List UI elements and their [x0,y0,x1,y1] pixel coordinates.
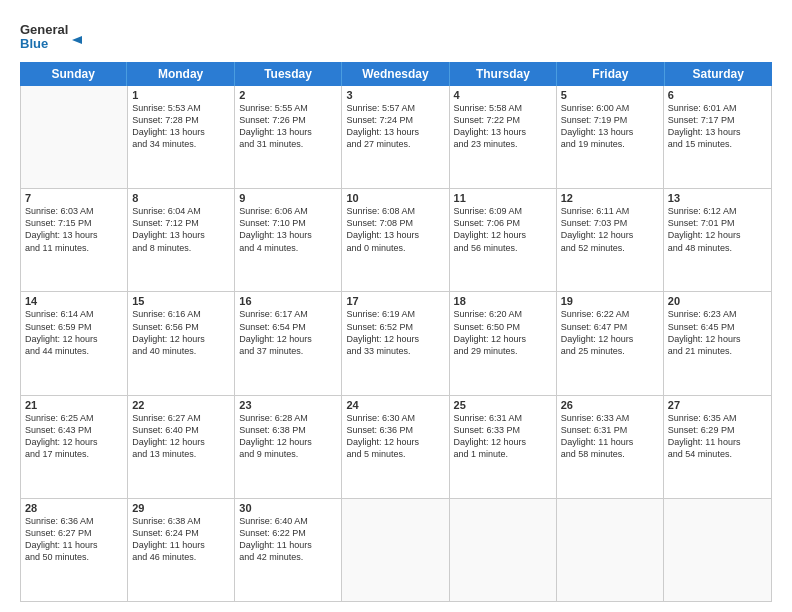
cell-line: Daylight: 12 hours [668,333,767,345]
cell-line: Daylight: 11 hours [132,539,230,551]
day-number: 8 [132,192,230,204]
cell-line: and 5 minutes. [346,448,444,460]
header: General Blue [20,16,772,56]
weekday-header: Wednesday [342,62,449,86]
day-number: 3 [346,89,444,101]
calendar-cell: 10Sunrise: 6:08 AMSunset: 7:08 PMDayligh… [342,189,449,291]
cell-line: Sunset: 7:01 PM [668,217,767,229]
day-number: 5 [561,89,659,101]
cell-line: and 1 minute. [454,448,552,460]
day-number: 18 [454,295,552,307]
calendar-cell [21,86,128,188]
calendar-cell: 14Sunrise: 6:14 AMSunset: 6:59 PMDayligh… [21,292,128,394]
day-number: 9 [239,192,337,204]
weekday-header: Saturday [665,62,772,86]
calendar-cell: 6Sunrise: 6:01 AMSunset: 7:17 PMDaylight… [664,86,771,188]
cell-line: and 31 minutes. [239,138,337,150]
cell-line: Sunset: 7:22 PM [454,114,552,126]
weekday-header: Monday [127,62,234,86]
cell-line: and 37 minutes. [239,345,337,357]
day-number: 28 [25,502,123,514]
weekday-header: Sunday [20,62,127,86]
day-number: 19 [561,295,659,307]
cell-line: Sunrise: 6:12 AM [668,205,767,217]
cell-line: Daylight: 12 hours [454,333,552,345]
cell-line: Daylight: 12 hours [132,333,230,345]
cell-line: Sunset: 6:59 PM [25,321,123,333]
day-number: 29 [132,502,230,514]
cell-line: Daylight: 13 hours [561,126,659,138]
day-number: 11 [454,192,552,204]
cell-line: and 40 minutes. [132,345,230,357]
cell-line: Sunrise: 6:36 AM [25,515,123,527]
cell-line: Sunset: 6:38 PM [239,424,337,436]
calendar-cell: 12Sunrise: 6:11 AMSunset: 7:03 PMDayligh… [557,189,664,291]
calendar-cell: 26Sunrise: 6:33 AMSunset: 6:31 PMDayligh… [557,396,664,498]
svg-marker-2 [72,36,82,44]
cell-line: Daylight: 11 hours [239,539,337,551]
cell-line: Sunset: 6:54 PM [239,321,337,333]
calendar-cell: 9Sunrise: 6:06 AMSunset: 7:10 PMDaylight… [235,189,342,291]
cell-line: Sunrise: 6:17 AM [239,308,337,320]
cell-line: Daylight: 13 hours [239,229,337,241]
calendar-cell: 21Sunrise: 6:25 AMSunset: 6:43 PMDayligh… [21,396,128,498]
cell-line: and 44 minutes. [25,345,123,357]
cell-line: and 11 minutes. [25,242,123,254]
day-number: 6 [668,89,767,101]
calendar-cell: 29Sunrise: 6:38 AMSunset: 6:24 PMDayligh… [128,499,235,601]
cell-line: Daylight: 13 hours [454,126,552,138]
cell-line: Daylight: 13 hours [132,126,230,138]
day-number: 12 [561,192,659,204]
cell-line: Sunrise: 6:35 AM [668,412,767,424]
calendar-cell: 4Sunrise: 5:58 AMSunset: 7:22 PMDaylight… [450,86,557,188]
cell-line: Sunset: 6:50 PM [454,321,552,333]
cell-line: and 58 minutes. [561,448,659,460]
day-number: 16 [239,295,337,307]
calendar-cell: 2Sunrise: 5:55 AMSunset: 7:26 PMDaylight… [235,86,342,188]
cell-line: and 4 minutes. [239,242,337,254]
calendar-row: 7Sunrise: 6:03 AMSunset: 7:15 PMDaylight… [21,189,771,292]
weekday-header: Friday [557,62,664,86]
cell-line: Daylight: 12 hours [561,333,659,345]
day-number: 25 [454,399,552,411]
day-number: 30 [239,502,337,514]
calendar-cell: 24Sunrise: 6:30 AMSunset: 6:36 PMDayligh… [342,396,449,498]
cell-line: Sunrise: 6:11 AM [561,205,659,217]
day-number: 27 [668,399,767,411]
cell-line: and 48 minutes. [668,242,767,254]
svg-text:Blue: Blue [20,36,48,51]
cell-line: Sunset: 6:45 PM [668,321,767,333]
cell-line: Sunrise: 6:09 AM [454,205,552,217]
cell-line: Daylight: 13 hours [668,126,767,138]
cell-line: Sunset: 6:40 PM [132,424,230,436]
cell-line: Sunrise: 6:22 AM [561,308,659,320]
day-number: 2 [239,89,337,101]
cell-line: Sunset: 7:12 PM [132,217,230,229]
calendar-cell: 3Sunrise: 5:57 AMSunset: 7:24 PMDaylight… [342,86,449,188]
cell-line: Sunset: 6:27 PM [25,527,123,539]
day-number: 13 [668,192,767,204]
cell-line: Daylight: 12 hours [25,436,123,448]
cell-line: Sunrise: 6:06 AM [239,205,337,217]
cell-line: Daylight: 13 hours [346,126,444,138]
day-number: 14 [25,295,123,307]
cell-line: Sunset: 7:28 PM [132,114,230,126]
cell-line: Sunset: 7:19 PM [561,114,659,126]
calendar-cell: 5Sunrise: 6:00 AMSunset: 7:19 PMDaylight… [557,86,664,188]
cell-line: Sunset: 6:52 PM [346,321,444,333]
calendar-row: 1Sunrise: 5:53 AMSunset: 7:28 PMDaylight… [21,86,771,189]
cell-line: Sunset: 7:24 PM [346,114,444,126]
cell-line: Sunset: 6:24 PM [132,527,230,539]
cell-line: Daylight: 11 hours [561,436,659,448]
day-number: 10 [346,192,444,204]
cell-line: Sunrise: 6:14 AM [25,308,123,320]
cell-line: Sunset: 7:06 PM [454,217,552,229]
calendar-cell: 27Sunrise: 6:35 AMSunset: 6:29 PMDayligh… [664,396,771,498]
cell-line: Sunset: 7:10 PM [239,217,337,229]
cell-line: and 25 minutes. [561,345,659,357]
day-number: 17 [346,295,444,307]
cell-line: and 19 minutes. [561,138,659,150]
logo: General Blue [20,20,100,56]
cell-line: Daylight: 12 hours [668,229,767,241]
cell-line: Sunset: 6:31 PM [561,424,659,436]
